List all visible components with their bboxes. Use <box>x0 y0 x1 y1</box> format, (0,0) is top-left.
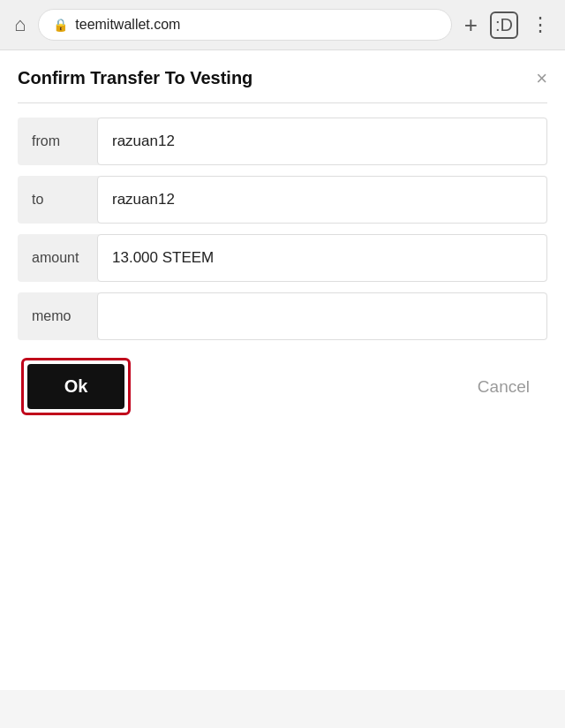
to-value: razuan12 <box>97 176 547 224</box>
ok-button[interactable]: Ok <box>27 364 124 409</box>
lock-icon: 🔒 <box>53 18 68 32</box>
close-button[interactable]: × <box>536 69 547 88</box>
from-label: from <box>18 123 97 160</box>
add-tab-icon[interactable]: + <box>464 11 478 39</box>
from-value: razuan12 <box>97 118 547 165</box>
ok-button-wrapper: Ok <box>21 358 131 415</box>
amount-value: 13.000 STEEM <box>97 234 547 282</box>
page-content: Confirm Transfer To Vesting × from razua… <box>0 50 565 690</box>
from-row: from razuan12 <box>18 118 547 165</box>
dialog-header: Confirm Transfer To Vesting × <box>18 68 547 88</box>
amount-label: amount <box>18 239 97 277</box>
amount-row: amount 13.000 STEEM <box>18 234 547 282</box>
url-bar[interactable]: 🔒 teemitwallet.com <box>38 9 452 41</box>
emoji-button-icon[interactable]: :D <box>490 11 518 39</box>
dialog-title: Confirm Transfer To Vesting <box>18 68 252 88</box>
memo-row: memo <box>18 292 547 340</box>
confirm-transfer-dialog: Confirm Transfer To Vesting × from razua… <box>0 50 565 442</box>
to-row: to razuan12 <box>18 176 547 224</box>
dialog-divider <box>18 102 547 103</box>
to-label: to <box>18 181 97 218</box>
url-text: teemitwallet.com <box>75 17 180 33</box>
browser-chrome: ⌂ 🔒 teemitwallet.com + :D ⋮ <box>0 0 565 50</box>
cancel-button[interactable]: Cancel <box>463 368 544 406</box>
home-icon[interactable]: ⌂ <box>14 13 26 36</box>
browser-menu-icon[interactable]: ⋮ <box>531 13 551 36</box>
buttons-row: Ok Cancel <box>18 358 547 415</box>
memo-label: memo <box>18 298 97 335</box>
memo-input[interactable] <box>97 292 547 340</box>
